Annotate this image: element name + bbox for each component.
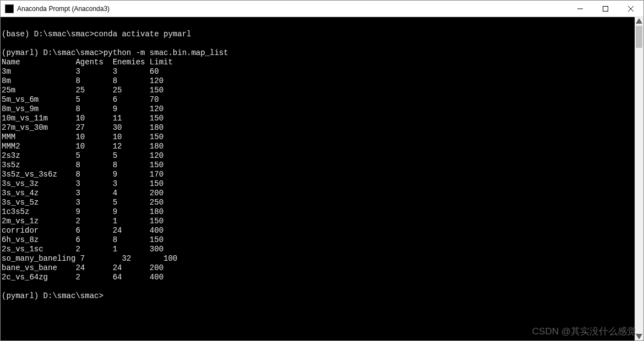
- titlebar: Anaconda Prompt (Anaconda3): [1, 1, 643, 17]
- terminal-output[interactable]: (base) D:\smac\smac>conda activate pymar…: [1, 17, 635, 340]
- scroll-thumb[interactable]: [636, 26, 642, 48]
- svg-rect-1: [603, 6, 608, 11]
- maximize-button[interactable]: [593, 1, 618, 16]
- scroll-down-button[interactable]: [635, 332, 643, 340]
- scrollbar[interactable]: [635, 17, 643, 340]
- app-icon: [5, 4, 14, 13]
- minimize-button[interactable]: [567, 1, 593, 16]
- scroll-up-button[interactable]: [635, 17, 643, 26]
- close-button[interactable]: [618, 1, 643, 16]
- window-title: Anaconda Prompt (Anaconda3): [17, 5, 567, 13]
- scroll-track[interactable]: [635, 26, 643, 332]
- window-controls: [567, 1, 643, 16]
- terminal-window: Anaconda Prompt (Anaconda3) (base) D:\sm…: [0, 0, 644, 341]
- terminal-body: (base) D:\smac\smac>conda activate pymar…: [1, 17, 643, 340]
